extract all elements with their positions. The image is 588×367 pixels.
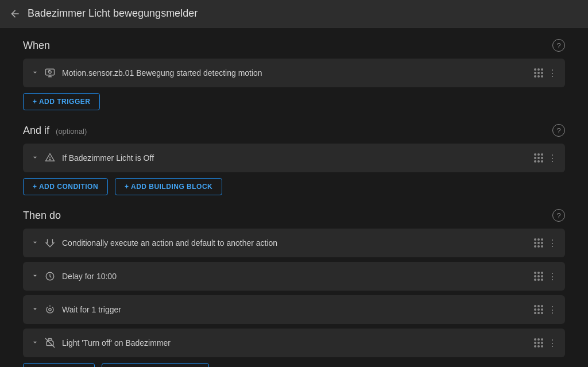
andif-help-icon[interactable]: ? <box>552 124 565 137</box>
trigger-chevron[interactable] <box>31 68 39 78</box>
trigger-drag-handle[interactable] <box>534 68 543 78</box>
trigger-icon <box>45 68 55 78</box>
action3-label: Wait for 1 trigger <box>62 305 534 314</box>
condition-icon <box>45 153 55 163</box>
action3-chevron[interactable] <box>31 305 39 315</box>
add-trigger-button[interactable]: + ADD TRIGGER <box>23 93 100 110</box>
condition-chevron[interactable] <box>31 153 39 163</box>
thendo-section: Then do ? Conditionally execute an actio… <box>23 209 565 367</box>
condition-more-icon[interactable]: ⋮ <box>548 153 557 164</box>
when-help-icon[interactable]: ? <box>552 39 565 52</box>
action1-more-icon[interactable]: ⋮ <box>548 238 557 249</box>
add-building-block-andif-button[interactable]: + ADD BUILDING BLOCK <box>115 178 222 195</box>
andif-optional: (optional) <box>56 127 87 136</box>
action2-chevron[interactable] <box>31 272 39 281</box>
action3-actions: ⋮ <box>534 304 557 315</box>
trigger-row: Motion.sensor.zb.01 Bewegung started det… <box>23 59 565 87</box>
action-row-4: Light 'Turn off' on Badezimmer ⋮ <box>23 329 565 357</box>
action3-icon <box>45 304 55 315</box>
condition-row: If Badezimmer Licht is Off ⋮ <box>23 144 565 172</box>
action4-actions: ⋮ <box>534 338 557 349</box>
thendo-help-icon[interactable]: ? <box>552 209 565 222</box>
action2-more-icon[interactable]: ⋮ <box>548 271 557 282</box>
condition-drag-handle[interactable] <box>534 153 543 163</box>
page-title: Badezimmer Licht bewegungsmelder <box>28 7 198 20</box>
add-action-button[interactable]: + ADD ACTION <box>23 363 95 367</box>
thendo-title: Then do <box>23 210 61 222</box>
action4-more-icon[interactable]: ⋮ <box>548 338 557 349</box>
svg-point-7 <box>49 308 52 311</box>
action2-label: Delay for 10:00 <box>62 272 534 281</box>
main-content: When ? Motion.sensor.zb.01 Bewegung star… <box>0 28 588 367</box>
trigger-actions: ⋮ <box>534 68 557 79</box>
andif-title: And if (optional) <box>23 125 87 137</box>
action1-label: Conditionally execute an action and defa… <box>62 238 534 248</box>
action1-actions: ⋮ <box>534 238 557 249</box>
action4-chevron[interactable] <box>31 338 39 348</box>
add-condition-button[interactable]: + ADD CONDITION <box>23 178 108 195</box>
back-button[interactable] <box>9 8 21 20</box>
action3-drag-handle[interactable] <box>534 305 543 314</box>
when-section-header: When ? <box>23 39 565 52</box>
thendo-section-header: Then do ? <box>23 209 565 222</box>
action4-drag-handle[interactable] <box>534 338 543 347</box>
andif-section: And if (optional) ? If Badezimmer Licht … <box>23 124 565 195</box>
action2-actions: ⋮ <box>534 271 557 282</box>
action-row-2: Delay for 10:00 ⋮ <box>23 262 565 291</box>
andif-add-buttons: + ADD CONDITION + ADD BUILDING BLOCK <box>23 178 565 195</box>
when-add-buttons: + ADD TRIGGER <box>23 93 565 110</box>
svg-point-5 <box>49 159 50 160</box>
condition-actions: ⋮ <box>534 153 557 164</box>
action4-label: Light 'Turn off' on Badezimmer <box>62 338 534 347</box>
thendo-add-buttons: + ADD ACTION + ADD BUILDING BLOCK <box>23 363 565 367</box>
trigger-more-icon[interactable]: ⋮ <box>548 68 557 79</box>
action-row-3: Wait for 1 trigger ⋮ <box>23 295 565 324</box>
condition-label: If Badezimmer Licht is Off <box>62 153 534 163</box>
action2-icon <box>45 271 55 281</box>
action-row-1: Conditionally execute an action and defa… <box>23 229 565 257</box>
topbar: Badezimmer Licht bewegungsmelder <box>0 0 588 28</box>
action1-drag-handle[interactable] <box>534 238 543 248</box>
action1-chevron[interactable] <box>31 238 39 248</box>
svg-rect-0 <box>46 69 55 75</box>
svg-point-3 <box>49 71 52 74</box>
action4-icon <box>45 338 55 348</box>
action3-more-icon[interactable]: ⋮ <box>548 304 557 315</box>
when-title: When <box>23 40 50 52</box>
when-section: When ? Motion.sensor.zb.01 Bewegung star… <box>23 39 565 110</box>
action2-drag-handle[interactable] <box>534 272 543 281</box>
action1-icon <box>45 238 55 248</box>
trigger-label: Motion.sensor.zb.01 Bewegung started det… <box>62 68 534 78</box>
andif-section-header: And if (optional) ? <box>23 124 565 137</box>
add-building-block-thendo-button[interactable]: + ADD BUILDING BLOCK <box>102 363 209 367</box>
